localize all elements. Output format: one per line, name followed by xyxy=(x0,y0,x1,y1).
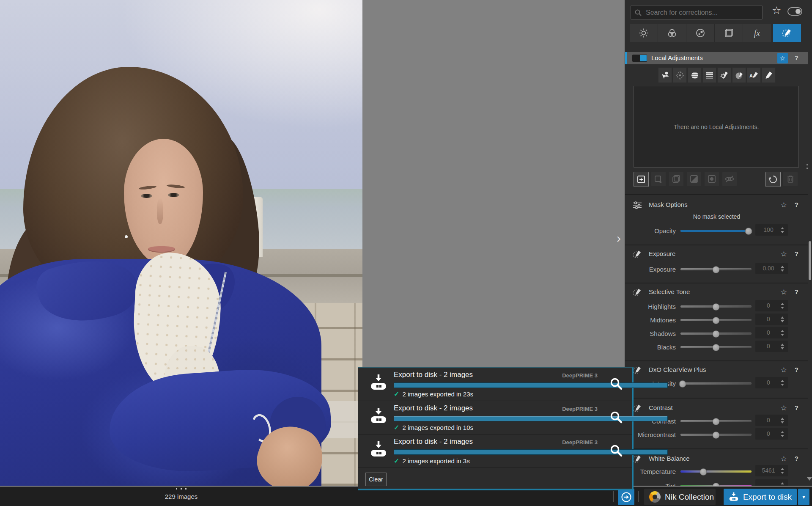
tab-local-adjustments[interactable] xyxy=(773,24,801,42)
help-icon[interactable]: ? xyxy=(795,455,798,462)
spin-up-icon[interactable] xyxy=(781,380,784,382)
help-icon[interactable]: ? xyxy=(795,404,798,411)
spin-down-icon[interactable] xyxy=(781,270,784,272)
favorite-star-icon[interactable]: ☆ xyxy=(781,250,787,258)
spin-down-icon[interactable] xyxy=(781,347,784,349)
tool-select-person[interactable] xyxy=(658,67,672,83)
spin-down-icon[interactable] xyxy=(781,320,784,322)
slider-thumb[interactable] xyxy=(745,228,752,235)
tab-effects[interactable]: fx xyxy=(743,24,771,42)
help-icon[interactable]: ? xyxy=(795,288,798,295)
favorite-star-icon[interactable]: ☆ xyxy=(781,454,787,463)
photo-viewer[interactable] xyxy=(0,0,362,486)
tool-luminosity-mask[interactable] xyxy=(717,67,731,83)
slider-thumb[interactable] xyxy=(713,344,720,351)
spin-up-icon[interactable] xyxy=(781,482,784,484)
temperature-slider[interactable] xyxy=(680,470,752,473)
mask-options-header[interactable]: Mask Options ☆ ? xyxy=(625,199,808,212)
tab-light[interactable] xyxy=(630,24,658,42)
value-spinner[interactable] xyxy=(781,316,784,322)
slider-thumb[interactable] xyxy=(713,418,720,425)
slider-thumb[interactable] xyxy=(713,432,720,439)
help-icon[interactable]: ? xyxy=(795,54,798,61)
value-spinner[interactable] xyxy=(781,344,784,349)
clear-button[interactable]: Clear xyxy=(365,473,387,486)
spin-up-icon[interactable] xyxy=(781,344,784,346)
value-spinner[interactable] xyxy=(781,468,784,474)
invert-mask-button[interactable] xyxy=(687,172,701,186)
local-adjustments-header[interactable]: Local Adjustments ☆ ? xyxy=(625,52,808,64)
spin-up-icon[interactable] xyxy=(781,303,784,305)
shadows-slider[interactable] xyxy=(680,333,752,335)
midtones-slider[interactable] xyxy=(680,319,752,321)
opacity-slider[interactable] xyxy=(680,230,752,232)
tool-graduated-sphere[interactable] xyxy=(688,67,702,83)
sidebar-scrollbar-down-arrow[interactable] xyxy=(807,477,812,481)
toggle-mask-visibility-button[interactable] xyxy=(722,172,737,186)
value-spinner[interactable] xyxy=(781,380,784,386)
value-spinner[interactable] xyxy=(781,482,784,486)
spin-up-icon[interactable] xyxy=(781,227,784,229)
spin-up-icon[interactable] xyxy=(781,431,784,433)
favorite-star-icon[interactable]: ☆ xyxy=(781,366,787,374)
favorite-star-icon[interactable]: ☆ xyxy=(781,404,787,412)
spin-up-icon[interactable] xyxy=(781,316,784,319)
microcontrast-slider[interactable] xyxy=(680,434,752,436)
corrections-toggle[interactable] xyxy=(787,7,802,16)
tool-radial-filter[interactable] xyxy=(673,67,687,83)
value-spinner[interactable] xyxy=(781,303,784,309)
value-spinner[interactable] xyxy=(781,266,784,272)
sidebar-collapse-chevron[interactable]: › xyxy=(617,232,621,245)
favorite-star-icon[interactable]: ☆ xyxy=(777,53,788,63)
exposure-slider[interactable] xyxy=(680,268,752,270)
filmstrip-grip-handle[interactable] xyxy=(176,488,187,490)
help-icon[interactable]: ? xyxy=(795,250,798,257)
value-spinner[interactable] xyxy=(781,227,784,233)
open-export-panel-button[interactable] xyxy=(618,489,634,505)
blacks-slider[interactable] xyxy=(680,346,752,348)
export-options-dropdown[interactable]: ▾ xyxy=(798,489,809,505)
favorite-star-icon[interactable]: ☆ xyxy=(781,288,787,297)
value-spinner[interactable] xyxy=(781,330,784,336)
value-spinner[interactable] xyxy=(781,418,784,424)
fill-mask-button[interactable] xyxy=(705,172,719,186)
help-icon[interactable]: ? xyxy=(795,366,798,373)
contrast-header[interactable]: Contrast ☆ ? xyxy=(625,402,808,415)
magnifier-icon[interactable] xyxy=(609,444,623,459)
value-spinner[interactable] xyxy=(781,431,784,437)
highlights-slider[interactable] xyxy=(680,305,752,308)
new-mask-button[interactable] xyxy=(634,172,649,187)
local-adjustments-toggle[interactable] xyxy=(632,55,647,62)
slider-thumb[interactable] xyxy=(713,330,720,338)
nik-collection-button[interactable]: Nik Collection xyxy=(644,489,716,505)
spin-up-icon[interactable] xyxy=(781,330,784,332)
add-mask-button[interactable] xyxy=(651,172,666,186)
exposure-header[interactable]: Exposure ☆ ? xyxy=(625,248,808,261)
slider-thumb[interactable] xyxy=(713,303,720,311)
magnifier-icon[interactable] xyxy=(609,377,623,392)
tool-brush[interactable] xyxy=(762,67,776,83)
clearview-header[interactable]: DxO ClearView Plus ☆ ? xyxy=(625,364,808,377)
spin-up-icon[interactable] xyxy=(781,468,784,470)
contrast-slider[interactable] xyxy=(680,420,752,422)
search-box[interactable] xyxy=(631,5,763,20)
spin-up-icon[interactable] xyxy=(781,266,784,268)
reset-button[interactable] xyxy=(765,172,781,187)
tab-geometry[interactable] xyxy=(715,24,743,42)
slider-thumb[interactable] xyxy=(679,380,686,388)
spin-down-icon[interactable] xyxy=(781,472,784,474)
panel-resize-grip[interactable] xyxy=(807,164,808,169)
duplicate-mask-button[interactable] xyxy=(669,172,683,186)
favorite-star-icon[interactable]: ☆ xyxy=(781,201,787,209)
help-icon[interactable]: ? xyxy=(795,201,798,208)
spin-up-icon[interactable] xyxy=(781,418,784,420)
sidebar-scrollbar-thumb[interactable] xyxy=(809,241,811,280)
spin-down-icon[interactable] xyxy=(781,307,784,309)
export-to-disk-button[interactable]: Export to disk xyxy=(724,489,797,505)
slider-thumb[interactable] xyxy=(700,468,707,476)
slider-thumb[interactable] xyxy=(713,266,720,273)
slider-thumb[interactable] xyxy=(713,483,720,486)
search-input[interactable] xyxy=(645,8,758,17)
tab-color[interactable] xyxy=(658,24,686,42)
tool-color-mask[interactable] xyxy=(732,67,746,83)
